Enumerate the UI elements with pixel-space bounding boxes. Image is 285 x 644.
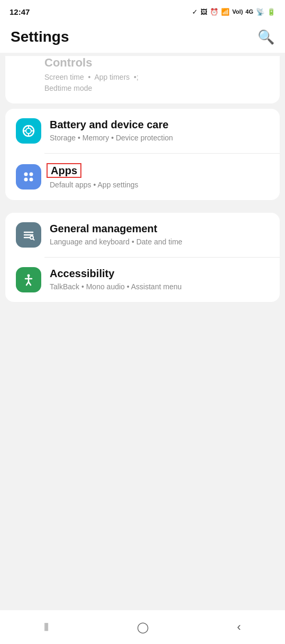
apps-sublabel: Default apps • App settings bbox=[50, 180, 269, 191]
accessibility-person-icon bbox=[22, 273, 35, 287]
signal-icon: 📡 bbox=[256, 8, 264, 16]
home-button[interactable]: ◯ bbox=[137, 621, 149, 633]
apps-icon-bg bbox=[16, 164, 41, 190]
settings-item-battery[interactable]: Battery and device care Storage • Memory… bbox=[5, 109, 280, 153]
general-text: General management Language and keyboard… bbox=[50, 222, 269, 248]
settings-header: Settings 🔍 bbox=[0, 23, 285, 53]
card-battery-apps: Battery and device care Storage • Memory… bbox=[5, 109, 280, 200]
wifi-icon: 📶 bbox=[221, 8, 229, 16]
battery-label: Battery and device care bbox=[50, 118, 269, 131]
battery-care-icon bbox=[22, 124, 35, 138]
controls-title: Controls bbox=[44, 56, 269, 70]
apps-highlight-box: Apps bbox=[47, 163, 81, 178]
general-icon-bg bbox=[16, 222, 41, 248]
card-general-accessibility: General management Language and keyboard… bbox=[5, 213, 280, 302]
bottom-spacer bbox=[0, 307, 285, 610]
check-icon: ✓ bbox=[192, 8, 198, 16]
svg-point-8 bbox=[24, 177, 28, 181]
accessibility-label: Accessibility bbox=[50, 267, 269, 280]
accessibility-text: Accessibility TalkBack • Mono audio • As… bbox=[50, 267, 269, 292]
accessibility-sublabel: TalkBack • Mono audio • Assistant menu bbox=[50, 282, 269, 292]
alarm-icon: ⏰ bbox=[210, 8, 218, 16]
battery-icon-bg bbox=[16, 118, 41, 144]
back-button[interactable]: ‹ bbox=[237, 620, 241, 634]
svg-point-1 bbox=[26, 128, 31, 134]
settings-item-accessibility[interactable]: Accessibility TalkBack • Mono audio • As… bbox=[5, 258, 280, 302]
apps-text: Apps Default apps • App settings bbox=[50, 163, 269, 191]
status-time: 12:47 bbox=[10, 7, 30, 16]
4g-icon: 4G bbox=[245, 8, 253, 15]
svg-point-9 bbox=[30, 177, 33, 181]
controls-sublabel: Screen time • App timers •;Bedtime mode bbox=[44, 72, 269, 94]
svg-point-6 bbox=[24, 172, 28, 176]
battery-sublabel: Storage • Memory • Device protection bbox=[50, 133, 269, 144]
gap bbox=[0, 205, 285, 207]
search-button[interactable]: 🔍 bbox=[258, 29, 274, 45]
scroll-area: Controls Screen time • App timers •;Bedt… bbox=[0, 53, 285, 610]
apps-label: Apps bbox=[50, 163, 269, 178]
general-management-icon bbox=[22, 228, 35, 242]
accessibility-icon-bg bbox=[16, 267, 41, 292]
svg-line-14 bbox=[33, 239, 34, 240]
general-sublabel: Language and keyboard • Date and time bbox=[50, 237, 269, 248]
general-label: General management bbox=[50, 222, 269, 235]
vol-icon: Vol) bbox=[232, 8, 243, 15]
controls-card-partial: Controls Screen time • App timers •;Bedt… bbox=[5, 56, 280, 103]
battery-text: Battery and device care Storage • Memory… bbox=[50, 118, 269, 144]
svg-point-7 bbox=[30, 172, 33, 176]
image-icon: 🖼 bbox=[200, 8, 207, 16]
battery-icon: 🔋 bbox=[267, 8, 275, 16]
svg-line-19 bbox=[29, 282, 31, 285]
nav-bar: ⦀ ◯ ‹ bbox=[0, 610, 285, 644]
apps-grid-icon bbox=[22, 170, 35, 184]
settings-item-apps[interactable]: Apps Default apps • App settings bbox=[5, 154, 280, 200]
settings-item-general[interactable]: General management Language and keyboard… bbox=[5, 213, 280, 257]
recent-apps-button[interactable]: ⦀ bbox=[44, 620, 49, 634]
status-icons: ✓ 🖼 ⏰ 📶 Vol) 4G 📡 🔋 bbox=[192, 8, 275, 16]
page-title: Settings bbox=[11, 29, 69, 45]
status-bar: 12:47 ✓ 🖼 ⏰ 📶 Vol) 4G 📡 🔋 bbox=[0, 0, 285, 23]
